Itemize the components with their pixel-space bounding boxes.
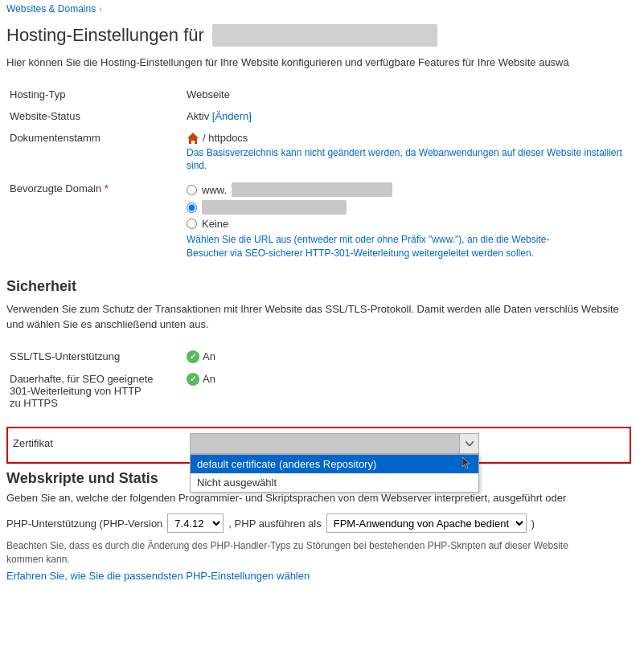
ssl-status: ✓ An	[187, 350, 628, 363]
breadcrumb-separator: ›	[99, 4, 102, 14]
ssl-cell: ✓ An	[183, 346, 631, 368]
website-status-cell: Aktiv [Ändern]	[183, 105, 631, 127]
security-heading: Sicherheit	[6, 278, 631, 295]
preferred-domain-cell: www. Keine Wäh	[183, 178, 631, 265]
certificate-label-row: Zertifikat default certificate (an	[13, 433, 625, 454]
php-settings-link[interactable]: Erfahren Sie, wie Sie die passendsten PH…	[6, 570, 310, 582]
hosting-type-value: Webseite	[183, 84, 631, 105]
php-handler-wrapper: FPM-Anwendung von Apache bedient	[326, 513, 527, 533]
cert-option-default[interactable]: default certificate (anderes Repository)	[191, 455, 478, 473]
hosting-type-label: Hosting-Typ	[6, 84, 183, 105]
radio-none-label: Keine	[202, 218, 228, 230]
svg-marker-0	[187, 133, 199, 144]
certificate-select[interactable]	[190, 433, 479, 454]
cert-option-none[interactable]: Nicht ausgewählt	[191, 473, 478, 492]
php-note: Beachten Sie, dass es durch die Änderung…	[6, 539, 569, 567]
mouse-cursor-icon	[462, 457, 472, 470]
php-execute-as-label: , PHP ausführen als	[228, 518, 321, 530]
seo-redirect-row: Dauerhafte, für SEO geeignete 301-Weiter…	[6, 368, 631, 414]
seo-label-line1: Dauerhafte, für SEO geeignete	[10, 373, 154, 385]
home-icon	[187, 132, 199, 145]
page-description: Hier können Sie die Hosting-Einstellunge…	[6, 55, 631, 71]
certificate-dropdown: default certificate (anderes Repository)…	[190, 454, 479, 493]
hosting-form-table: Hosting-Typ Webseite Website-Status Akti…	[6, 84, 631, 265]
cert-option-default-label: default certificate (anderes Repository)	[197, 458, 376, 470]
hosting-type-row: Hosting-Typ Webseite	[6, 84, 631, 105]
document-root-cell: / httpdocs Das Basisverzeichnis kann nic…	[183, 127, 631, 178]
radio-none-input[interactable]	[187, 219, 197, 229]
preferred-domain-label: Bevorzugte Domain *	[6, 178, 183, 265]
security-description: Verwenden Sie zum Schutz der Transaktion…	[6, 301, 631, 333]
seo-status: ✓ An	[187, 373, 628, 386]
ssl-label: SSL/TLS-Unterstützung	[6, 346, 183, 368]
document-root-label: Dokumentenstamm	[6, 127, 183, 178]
domain-radio-plain	[187, 200, 628, 215]
breadcrumb-link[interactable]: Websites & Domains	[6, 3, 96, 14]
domain-radio-note: Wählen Sie die URL aus (entweder mit ode…	[187, 233, 589, 260]
php-handler-select[interactable]: FPM-Anwendung von Apache bedient	[326, 513, 527, 533]
domain-www-value	[232, 182, 392, 197]
document-root-note: Das Basisverzeichnis kann nicht geändert…	[187, 146, 628, 174]
radio-plain-input[interactable]	[187, 203, 197, 213]
document-root-row: Dokumentenstamm / httpdocs Das Basisverz…	[6, 127, 631, 178]
breadcrumb: Websites & Domains ›	[0, 0, 644, 18]
seo-value: An	[203, 373, 215, 385]
domain-radio-none: Keine	[187, 218, 628, 230]
page-title-text: Hosting-Einstellungen für	[6, 25, 204, 46]
seo-redirect-cell: ✓ An	[183, 368, 631, 414]
security-form-table: SSL/TLS-Unterstützung ✓ An Dauerhafte, f…	[6, 346, 631, 414]
page-title: Hosting-Einstellungen für	[6, 24, 631, 47]
php-label: PHP-Unterstützung (PHP-Version	[6, 518, 162, 530]
chevron-down-icon	[466, 441, 474, 446]
document-root-path: / httpdocs	[203, 132, 248, 144]
seo-label-line2: 301-Weiterleitung von HTTP	[10, 385, 142, 397]
ssl-value: An	[203, 350, 215, 362]
certificate-dropdown-arrow[interactable]	[459, 434, 478, 453]
preferred-domain-row: Bevorzugte Domain * www.	[6, 178, 631, 265]
website-status-label: Website-Status	[6, 105, 183, 127]
php-close-paren: )	[531, 518, 535, 530]
certificate-label: Zertifikat	[13, 437, 190, 449]
php-row: PHP-Unterstützung (PHP-Version 7.4.12 , …	[6, 513, 631, 533]
domain-plain-value	[202, 200, 347, 215]
domain-radio-group: www. Keine	[187, 182, 628, 230]
radio-www-label: www.	[202, 184, 227, 196]
certificate-select-wrapper: default certificate (anderes Repository)…	[190, 433, 479, 454]
website-status-row: Website-Status Aktiv [Ändern]	[6, 105, 631, 127]
certificate-row: Zertifikat default certificate (an	[6, 427, 631, 464]
seo-label-line3: zu HTTPS	[10, 397, 58, 409]
required-marker: *	[105, 182, 109, 194]
cert-option-none-label: Nicht ausgewählt	[197, 477, 277, 489]
website-status-value: Aktiv	[187, 110, 209, 122]
radio-www-input[interactable]	[187, 185, 197, 195]
php-version-wrapper: 7.4.12	[167, 513, 224, 533]
certificate-selected-value	[191, 434, 459, 453]
seo-check-icon: ✓	[187, 373, 199, 386]
page-content: Hosting-Einstellungen für Hier können Si…	[0, 18, 644, 595]
domain-radio-www: www.	[187, 182, 628, 197]
ssl-row: SSL/TLS-Unterstützung ✓ An	[6, 346, 631, 368]
website-status-change-link[interactable]: [Ändern]	[212, 110, 252, 122]
php-version-select[interactable]: 7.4.12	[167, 513, 224, 533]
seo-redirect-label: Dauerhafte, für SEO geeignete 301-Weiter…	[6, 368, 183, 414]
domain-name-placeholder	[212, 24, 437, 47]
ssl-check-icon: ✓	[187, 350, 199, 363]
